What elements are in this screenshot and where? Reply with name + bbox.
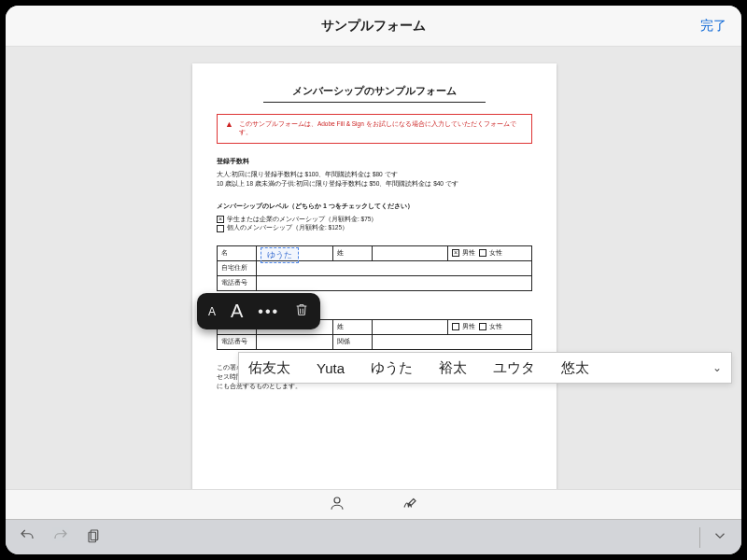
undo-icon bbox=[19, 527, 35, 544]
table-row: 電話番号 関係 bbox=[218, 335, 532, 350]
svg-rect-1 bbox=[91, 530, 98, 540]
phone-input-cell[interactable] bbox=[257, 276, 532, 291]
e-phone-cell[interactable] bbox=[257, 335, 333, 350]
chevron-down-icon bbox=[712, 527, 728, 544]
svg-point-0 bbox=[334, 497, 340, 503]
checkbox-icon[interactable] bbox=[217, 225, 224, 232]
keyboard-accessory-bar bbox=[6, 519, 741, 554]
separator bbox=[699, 527, 700, 548]
ime-candidate[interactable]: 佑友太 bbox=[248, 359, 290, 377]
app-window: サンプルフォーム 完了 メンバーシップのサンプルフォーム ▲ このサンプルフォー… bbox=[6, 6, 741, 554]
clipboard-button[interactable] bbox=[86, 527, 103, 548]
checkbox-female[interactable] bbox=[479, 323, 486, 330]
font-smaller-button[interactable]: A bbox=[208, 305, 216, 318]
member-table: 名 ゆうた 姓 ×男性 女性 自宅住所 電話番号 bbox=[217, 245, 532, 291]
ime-candidate[interactable]: ユウタ bbox=[493, 359, 535, 377]
level-option-2[interactable]: 個人のメンバーシップ（月額料金: $125） bbox=[217, 223, 532, 232]
checkbox-female[interactable] bbox=[479, 249, 486, 257]
ime-candidate[interactable]: 悠太 bbox=[561, 359, 589, 377]
ime-candidate-bar: 佑友太 Yuta ゆうた 裕太 ユウタ 悠太 ⌄ bbox=[238, 352, 732, 384]
e-relation-cell[interactable] bbox=[372, 335, 532, 350]
keyboard-dismiss-button[interactable] bbox=[712, 527, 728, 548]
svg-rect-2 bbox=[89, 532, 96, 542]
e-surname-cell[interactable] bbox=[372, 320, 448, 335]
heading-rule bbox=[263, 102, 486, 103]
checkbox-male-checked[interactable]: × bbox=[452, 249, 459, 257]
font-larger-button[interactable]: A bbox=[231, 301, 243, 322]
label-phone: 電話番号 bbox=[218, 276, 257, 291]
checkbox-male[interactable] bbox=[452, 323, 459, 330]
surname-input-cell[interactable] bbox=[372, 246, 448, 261]
label-phone: 電話番号 bbox=[218, 335, 257, 350]
clipboard-icon bbox=[86, 527, 103, 544]
profile-tool[interactable] bbox=[329, 495, 345, 515]
fee-heading: 登録手数料 bbox=[217, 157, 532, 166]
label-surname: 姓 bbox=[332, 246, 372, 261]
signature-icon bbox=[402, 495, 418, 511]
document-canvas[interactable]: メンバーシップのサンプルフォーム ▲ このサンプルフォームは、Adobe Fil… bbox=[6, 47, 741, 489]
fee-line-1: 大人:初回に限り登録手数料は $100、年間購読料金は $80 です bbox=[217, 170, 532, 179]
sign-tool[interactable] bbox=[402, 495, 418, 515]
gender-cell: ×男性 女性 bbox=[448, 246, 532, 261]
label-relation: 関係 bbox=[332, 335, 372, 350]
ime-candidate[interactable]: 裕太 bbox=[439, 359, 467, 377]
ime-expand-button[interactable]: ⌄ bbox=[712, 361, 722, 374]
label-address: 自宅住所 bbox=[218, 261, 257, 276]
ime-candidate[interactable]: Yuta bbox=[317, 360, 345, 376]
label-name: 名 bbox=[218, 246, 257, 261]
redo-icon bbox=[52, 527, 69, 544]
table-row: 電話番号 bbox=[218, 276, 532, 291]
delete-button[interactable] bbox=[294, 301, 309, 322]
name-input-cell[interactable]: ゆうた bbox=[257, 246, 333, 261]
form-page: メンバーシップのサンプルフォーム ▲ このサンプルフォームは、Adobe Fil… bbox=[192, 63, 557, 493]
top-bar: サンプルフォーム 完了 bbox=[6, 6, 741, 47]
warning-text: このサンプルフォームは、Adobe Fill & Sign をお試しになる場合に… bbox=[239, 120, 524, 137]
checkbox-checked-icon[interactable]: × bbox=[217, 216, 224, 223]
e-gender-cell: 男性 女性 bbox=[448, 320, 532, 335]
level-option-1[interactable]: ×学生または企業のメンバーシップ（月額料金: $75） bbox=[217, 215, 532, 224]
text-edit-toolbar: A A ••• bbox=[197, 293, 320, 329]
document-title: サンプルフォーム bbox=[321, 18, 426, 35]
bottom-toolbar bbox=[6, 489, 741, 519]
fee-line-2: 10 歳以上 18 歳未満の子供:初回に限り登録手数料は $50、年間購読料金は… bbox=[217, 179, 532, 189]
typed-text[interactable]: ゆうた bbox=[261, 247, 299, 263]
person-icon bbox=[329, 495, 345, 511]
warning-icon: ▲ bbox=[225, 120, 233, 129]
redo-button[interactable] bbox=[52, 527, 69, 548]
more-options-button[interactable]: ••• bbox=[258, 303, 279, 320]
trash-icon bbox=[294, 301, 309, 318]
ime-candidate[interactable]: ゆうた bbox=[371, 359, 413, 377]
done-button[interactable]: 完了 bbox=[700, 18, 726, 35]
form-heading: メンバーシップのサンプルフォーム bbox=[217, 84, 532, 98]
undo-button[interactable] bbox=[19, 527, 35, 548]
label-surname: 姓 bbox=[332, 320, 372, 335]
warning-banner: ▲ このサンプルフォームは、Adobe Fill & Sign をお試しになる場… bbox=[217, 114, 532, 144]
table-row: 名 ゆうた 姓 ×男性 女性 bbox=[218, 246, 532, 261]
level-heading: メンバーシップのレベル（どちらか 1 つをチェックしてください） bbox=[217, 202, 532, 211]
